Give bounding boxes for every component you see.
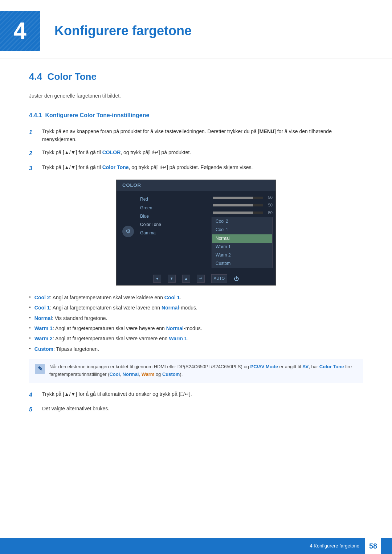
note-icon-symbol: ✎	[38, 364, 42, 374]
chapter-title: Konfigurere fargetone	[54, 20, 192, 41]
menu-item-colortone: Color Tone	[136, 221, 210, 229]
chapter-number-box: 4	[0, 11, 40, 51]
monitor-left: ⚙	[117, 194, 136, 268]
step-text-4: Trykk på [▲/▼] for å gå til alternativet…	[42, 390, 192, 398]
footer-page-number: 58	[365, 538, 381, 554]
bar-green	[213, 204, 263, 206]
step-2: 2 Trykk på [▲/▼] for å gå til COLOR, og …	[29, 148, 363, 158]
dropdown-cool1: Cool 1	[212, 226, 272, 234]
bullet-normal-text: Normal: Vis standard fargetone.	[34, 314, 107, 322]
subsection-441: 4.4.1 Konfigurere Color Tone-innstilling…	[29, 111, 363, 414]
dropdown-cool2: Cool 2	[212, 217, 272, 226]
monitor-settings-icon: ⚙	[122, 226, 134, 237]
colortone-dropdown: Cool 2 Cool 1 Normal Warm 1 Warm 2 Custo…	[212, 217, 273, 268]
main-content: 4.4 Color Tone Juster den generelle farg…	[0, 69, 392, 448]
step-number-5: 5	[29, 405, 39, 414]
menu-item-green: Green	[136, 204, 210, 212]
step-text-3: Trykk på [▲/▼] for å gå til Color Tone, …	[42, 163, 253, 171]
bullet-warm2: ● Warm 2: Angi at fargetemperaturen skal…	[29, 335, 363, 342]
bullet-custom: ● Custom: Tilpass fargetonen.	[29, 345, 363, 353]
dropdown-custom: Custom	[212, 259, 272, 268]
bullet-custom-text: Custom: Tilpass fargetonen.	[34, 345, 99, 353]
monitor-screenshot: COLOR ⚙ Red Green Blue Color Tone Gamma	[116, 180, 276, 286]
note-text: Når den eksterne inngangen er koblet til…	[49, 363, 357, 378]
bar-row-red: 50	[212, 194, 273, 201]
step-3: 3 Trykk på [▲/▼] for å gå til Color Tone…	[29, 163, 363, 173]
bullet-normal: ● Normal: Vis standard fargetone.	[29, 314, 363, 322]
bar-blue	[213, 212, 263, 214]
dropdown-warm1: Warm 1	[212, 243, 272, 251]
bullet-warm1-text: Warm 1: Angi at fargetemperaturen skal v…	[34, 324, 202, 332]
step-number-3: 3	[29, 163, 39, 173]
menu-item-red: Red	[136, 195, 210, 204]
bullet-dot: ●	[29, 316, 31, 320]
monitor-btn-down: ▼	[168, 275, 176, 283]
bullet-dot: ●	[29, 326, 31, 331]
monitor-btn-power: ⏻	[234, 275, 239, 283]
bar-row-green: 50	[212, 202, 273, 209]
step-number-4: 4	[29, 390, 39, 400]
subsection-heading: 4.4.1 Konfigurere Color Tone-innstilling…	[29, 111, 363, 120]
step-text-2: Trykk på [▲/▼] for å gå til COLOR, og tr…	[42, 148, 191, 156]
section-44: 4.4 Color Tone Juster den generelle farg…	[29, 69, 363, 100]
bullet-cool2-text: Cool 2: Angi at fargetemperaturen skal v…	[34, 294, 181, 301]
dropdown-normal: Normal	[212, 234, 272, 243]
monitor-btn-enter: ↵	[197, 275, 205, 283]
bullet-dot: ●	[29, 295, 31, 300]
note-box: ✎ Når den eksterne inngangen er koblet t…	[29, 359, 363, 383]
monitor-menu: Red Green Blue Color Tone Gamma	[136, 194, 210, 268]
section-heading: 4.4 Color Tone	[29, 69, 363, 85]
monitor-btn-up: ▲	[182, 275, 190, 283]
step-5: 5 Det valgte alternativet brukes.	[29, 405, 363, 414]
menu-item-blue: Blue	[136, 212, 210, 221]
monitor-btn-auto: AUTO	[211, 274, 227, 283]
bullet-cool1: ● Cool 1: Angi at fargetemperaturen skal…	[29, 304, 363, 312]
page-footer: 4 Konfigurere fargetone 58	[0, 538, 392, 554]
monitor-right-panel: 50 50 50 Cool 2 Cool 1 Normal	[210, 194, 275, 268]
bullet-warm2-text: Warm 2: Angi at fargetemperaturen skal v…	[34, 335, 189, 342]
section-intro: Juster den generelle fargetonen til bild…	[29, 92, 363, 100]
step-text-1: Trykk på en av knappene foran på produkt…	[42, 127, 363, 144]
chapter-number: 4	[13, 12, 26, 49]
page-header: 4 Konfigurere fargetone	[0, 0, 392, 58]
dropdown-warm2: Warm 2	[212, 251, 272, 259]
step-number-1: 1	[29, 127, 39, 137]
bar-row-blue: 50	[212, 210, 273, 216]
bar-val-blue: 50	[265, 210, 273, 216]
bar-val-green: 50	[265, 202, 273, 209]
bullet-cool2: ● Cool 2: Angi at fargetemperaturen skal…	[29, 294, 363, 301]
monitor-content: ⚙ Red Green Blue Color Tone Gamma 50	[117, 191, 275, 272]
bar-red	[213, 197, 263, 199]
bullet-list: ● Cool 2: Angi at fargetemperaturen skal…	[29, 294, 363, 353]
monitor-title: COLOR	[117, 180, 275, 191]
bullet-dot: ●	[29, 346, 31, 351]
bar-val-red: 50	[265, 194, 273, 201]
bullet-cool1-text: Cool 1: Angi at fargetemperaturen skal v…	[34, 304, 197, 312]
bullet-warm1: ● Warm 1: Angi at fargetemperaturen skal…	[29, 324, 363, 332]
footer-chapter-label: 4 Konfigurere fargetone	[310, 542, 359, 550]
bullet-dot: ●	[29, 336, 31, 341]
step-number-2: 2	[29, 148, 39, 158]
menu-item-gamma: Gamma	[136, 229, 210, 237]
monitor-btn-left: ◄	[153, 275, 161, 283]
monitor-bottom-bar: ◄ ▼ ▲ ↵ AUTO ⏻	[117, 272, 275, 285]
step-1: 1 Trykk på en av knappene foran på produ…	[29, 127, 363, 144]
note-icon: ✎	[35, 364, 45, 374]
step-text-5: Det valgte alternativet brukes.	[42, 405, 109, 413]
step-4: 4 Trykk på [▲/▼] for å gå til alternativ…	[29, 390, 363, 400]
bullet-dot: ●	[29, 305, 31, 310]
